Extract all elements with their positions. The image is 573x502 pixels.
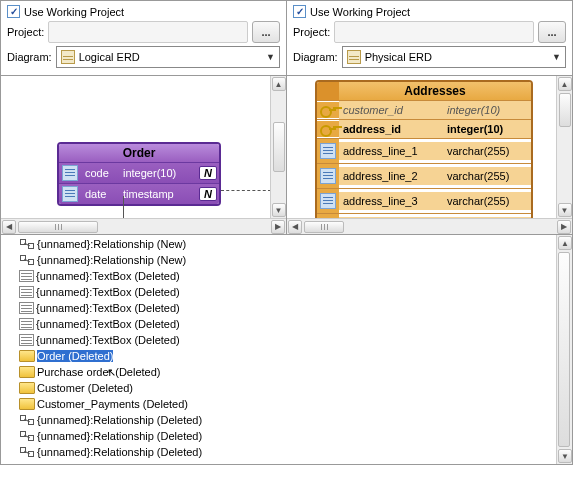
entity-addresses[interactable]: Addresses customer_idinteger(10)address_… — [315, 80, 533, 234]
tree-item[interactable]: {unnamed}:Relationship (Deleted) — [3, 412, 554, 428]
tree-item-label: {unnamed}:Relationship (New) — [37, 238, 186, 250]
tree-item-label: {unnamed}:TextBox (Deleted) — [36, 302, 180, 314]
vertical-scrollbar[interactable]: ▲ ▼ — [556, 235, 572, 464]
project-input[interactable] — [334, 21, 534, 43]
tree-item-label: {unnamed}:Relationship (New) — [37, 254, 186, 266]
tree-item[interactable]: {unnamed}:TextBox (Deleted) — [3, 316, 554, 332]
browse-project-button[interactable]: ... — [538, 21, 566, 43]
column-type: varchar(255) — [443, 142, 531, 160]
column-type: varchar(255) — [443, 192, 531, 210]
column-name: address_line_3 — [339, 192, 443, 210]
scroll-left-icon[interactable]: ◀ — [2, 220, 16, 234]
right-canvas[interactable]: Addresses customer_idinteger(10)address_… — [287, 76, 572, 234]
column-name: customer_id — [339, 101, 443, 119]
project-label: Project: — [7, 26, 44, 38]
tree-item[interactable]: {unnamed}:TextBox (Deleted) — [3, 284, 554, 300]
relationship-connector — [123, 196, 124, 220]
tree-item-label: Order (Deleted) — [37, 350, 113, 362]
tree-item-label: Customer (Deleted) — [37, 382, 133, 394]
column-icon — [62, 165, 78, 181]
entity-column-row[interactable]: datetimestampN — [59, 183, 219, 204]
entity-title: Order — [59, 144, 219, 162]
entity-order[interactable]: Order codeinteger(10)NdatetimestampN — [57, 142, 221, 206]
use-working-checkbox[interactable]: ✓ — [293, 5, 306, 18]
tree-item-label: Purchase order (Deleted) — [37, 366, 161, 378]
scroll-down-icon[interactable]: ▼ — [558, 449, 572, 463]
relationship-icon — [19, 253, 35, 267]
changes-tree[interactable]: {unnamed}:Relationship (New){unnamed}:Re… — [1, 235, 556, 464]
tree-item-label: Customer_Payments (Deleted) — [37, 398, 188, 410]
chevron-down-icon: ▼ — [552, 52, 561, 62]
scroll-thumb[interactable] — [304, 221, 344, 233]
diagram-combo[interactable]: Logical ERD ▼ — [56, 46, 280, 68]
vertical-scrollbar[interactable]: ▲ ▼ — [556, 76, 572, 218]
entity-column-row[interactable]: address_line_2varchar(255) — [317, 163, 531, 188]
relationship-icon — [19, 429, 35, 443]
column-name: address_line_1 — [339, 142, 443, 160]
column-type: integer(10) — [443, 101, 531, 119]
scroll-down-icon[interactable]: ▼ — [272, 203, 286, 217]
entity-column-row[interactable]: address_line_1varchar(255) — [317, 138, 531, 163]
scroll-thumb[interactable] — [273, 122, 285, 172]
scroll-thumb[interactable] — [18, 221, 98, 233]
use-working-label: Use Working Project — [310, 6, 410, 18]
tree-item[interactable]: {unnamed}:TextBox (Deleted) — [3, 300, 554, 316]
tree-item[interactable]: Order (Deleted) — [3, 348, 554, 364]
column-type: integer(10) — [119, 164, 197, 182]
tree-item[interactable]: {unnamed}:TextBox (Deleted) — [3, 332, 554, 348]
browse-project-button[interactable]: ... — [252, 21, 280, 43]
tree-item-label: {unnamed}:Relationship (Deleted) — [37, 414, 202, 426]
erd-icon — [347, 50, 361, 64]
diagram-value: Physical ERD — [365, 51, 432, 63]
nullable-badge: N — [199, 187, 217, 201]
relationship-icon — [19, 237, 35, 251]
scroll-thumb[interactable] — [559, 93, 571, 127]
scroll-down-icon[interactable]: ▼ — [558, 203, 572, 217]
foreign-key-icon — [320, 104, 336, 116]
diagram-combo[interactable]: Physical ERD ▼ — [342, 46, 566, 68]
scroll-right-icon[interactable]: ▶ — [271, 220, 285, 234]
horizontal-scrollbar[interactable]: ◀ ▶ — [1, 218, 286, 234]
scroll-up-icon[interactable]: ▲ — [272, 77, 286, 91]
tree-item-label: {unnamed}:TextBox (Deleted) — [36, 270, 180, 282]
tree-item[interactable]: {unnamed}:TextBox (Deleted) — [3, 268, 554, 284]
textbox-icon — [19, 286, 34, 298]
tree-item-label: {unnamed}:Relationship (Deleted) — [37, 446, 202, 458]
tree-item[interactable]: {unnamed}:Relationship (New) — [3, 236, 554, 252]
use-working-label: Use Working Project — [24, 6, 124, 18]
tree-item[interactable]: Customer (Deleted) — [3, 380, 554, 396]
scroll-thumb[interactable] — [558, 252, 570, 447]
entity-column-row[interactable]: codeinteger(10)N — [59, 162, 219, 183]
tree-item[interactable]: Purchase order (Deleted)↖ — [3, 364, 554, 380]
nullable-badge: N — [199, 166, 217, 180]
tree-item[interactable]: {unnamed}:Relationship (New) — [3, 252, 554, 268]
left-canvas[interactable]: Order codeinteger(10)NdatetimestampN ▲ ▼… — [1, 76, 287, 234]
tree-item[interactable]: Customer_Payments (Deleted) — [3, 396, 554, 412]
tree-item-label: {unnamed}:TextBox (Deleted) — [36, 334, 180, 346]
entity-column-row[interactable]: customer_idinteger(10) — [317, 100, 531, 119]
tree-item[interactable]: {unnamed}:Relationship (Deleted) — [3, 444, 554, 460]
vertical-scrollbar[interactable]: ▲ ▼ — [270, 76, 286, 218]
diagram-label: Diagram: — [293, 51, 338, 63]
tree-item[interactable]: {unnamed}:Relationship (Deleted) — [3, 428, 554, 444]
entity-column-row[interactable]: address_line_3varchar(255) — [317, 188, 531, 213]
column-icon — [62, 186, 78, 202]
scroll-left-icon[interactable]: ◀ — [288, 220, 302, 234]
entity-icon — [19, 366, 35, 378]
right-panel: ✓ Use Working Project Project: ... Diagr… — [287, 1, 572, 75]
horizontal-scrollbar[interactable]: ◀ ▶ — [287, 218, 572, 234]
scroll-right-icon[interactable]: ▶ — [557, 220, 571, 234]
entity-column-row[interactable]: address_idinteger(10) — [317, 119, 531, 138]
column-icon — [320, 193, 336, 209]
column-name: address_id — [339, 120, 443, 138]
textbox-icon — [19, 270, 34, 282]
textbox-icon — [19, 302, 34, 314]
column-type: timestamp — [119, 185, 197, 203]
use-working-checkbox[interactable]: ✓ — [7, 5, 20, 18]
entity-icon — [19, 350, 35, 362]
scroll-up-icon[interactable]: ▲ — [558, 236, 572, 250]
textbox-icon — [19, 318, 34, 330]
project-input[interactable] — [48, 21, 248, 43]
entity-title: Addresses — [339, 82, 531, 100]
scroll-up-icon[interactable]: ▲ — [558, 77, 572, 91]
